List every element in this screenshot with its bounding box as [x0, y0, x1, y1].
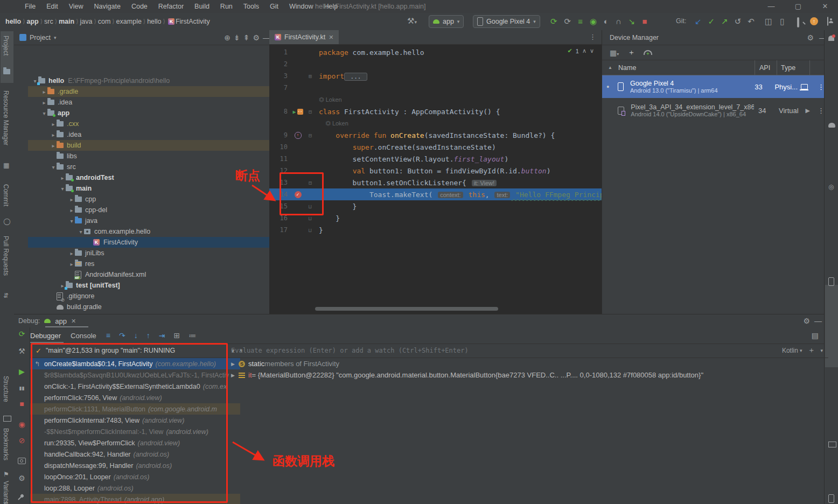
project-panel-title[interactable]: Project [30, 34, 51, 41]
code-line-17[interactable]: 17⊔} [269, 224, 602, 236]
chevron-down-icon[interactable]: ▾ [54, 35, 57, 40]
chevron-down-icon[interactable]: ▾ [800, 348, 802, 353]
sort-asc-icon[interactable]: ▲ [602, 65, 618, 70]
override-marker-icon[interactable]: ↑ [295, 132, 302, 139]
watch-options-icon[interactable]: ▾ [820, 348, 823, 353]
pause-icon[interactable]: ▮▮ [14, 383, 30, 391]
close-tab-icon[interactable]: ✕ [329, 34, 333, 41]
tree-item-hello[interactable]: ▾helloE:\FFmpeg-Principle\android\hello [28, 75, 283, 86]
tree-item-cpp-del[interactable]: ▸cpp-del [28, 205, 283, 215]
view-mode-icon[interactable]: ▦▾ [610, 48, 619, 57]
gradle-icon[interactable] [828, 123, 835, 128]
tree-item-cpp[interactable]: ▸cpp [28, 194, 283, 205]
locate-icon[interactable]: ⊕ [224, 33, 231, 42]
fold-marker[interactable]: ⊟ [306, 132, 315, 138]
tree-item-build-gradle[interactable]: build.gradle [28, 302, 283, 312]
pin-icon[interactable] [14, 491, 30, 499]
chevron-closed-icon[interactable]: ▸ [68, 197, 75, 202]
show-execution-point-icon[interactable]: ≡ [106, 331, 110, 340]
breadcrumb-example[interactable]: example [116, 18, 142, 25]
structure-icon[interactable] [3, 416, 11, 422]
profiler-icon[interactable]: ∩ [616, 17, 621, 26]
tree-item-app[interactable]: ▾app [28, 108, 283, 118]
tree-item-res[interactable]: ▸res [28, 258, 283, 269]
gutter[interactable]: ✓ [290, 191, 306, 198]
stack-frame-11[interactable]: loopOnce:201, Looper(android.os) [30, 471, 240, 482]
stack-frame-7[interactable]: -$$Nest$mperformClickInternal:-1, View(a… [30, 426, 240, 437]
tree-item--cxx[interactable]: ▸.cxx [28, 118, 283, 129]
tree-item-build[interactable]: ▸build [28, 140, 283, 151]
thread-selector[interactable]: ✓ "main"@21,533 in group "main": RUNNING… [30, 344, 246, 358]
tree-item-com-example-hello[interactable]: ▾com.example.hello [28, 226, 283, 237]
mute-breakpoints-icon[interactable]: ⊘ [14, 436, 30, 445]
chevron-closed-icon[interactable]: ▸ [68, 261, 75, 267]
stack-frame-6[interactable]: performClickInternal:7483, View(android.… [30, 415, 240, 426]
sidebar-item-commit[interactable]: Commit [2, 184, 10, 206]
menu-build[interactable]: Build [194, 3, 210, 10]
sync-icon[interactable]: ⟳ [550, 17, 557, 26]
add-device-icon[interactable]: ＋ [627, 48, 635, 58]
pair-wifi-icon[interactable] [644, 50, 652, 55]
code-line-10[interactable]: 10 super.onCreate(savedInstanceState) [269, 141, 602, 153]
collapse-all-icon[interactable]: ⇞ [243, 33, 250, 42]
gutter[interactable]: ▶‹› [290, 109, 306, 115]
tree-item--idea[interactable]: ▸.idea [28, 129, 283, 140]
tree-item-src[interactable]: ▾src [28, 162, 283, 172]
chevron-closed-icon[interactable]: ▸ [50, 132, 57, 138]
menu-git[interactable]: Git [270, 3, 278, 10]
sidebar-item-structure[interactable]: Structure [2, 376, 10, 402]
stop-icon[interactable]: ■ [14, 400, 30, 408]
notifications-bell-icon[interactable] [828, 36, 834, 41]
debug-session-tab[interactable]: app [55, 317, 67, 325]
chevron-open-icon[interactable]: ▾ [50, 164, 57, 170]
code-line-13[interactable]: 13⊟ button1.setOnClickListener{ it: View… [269, 177, 602, 188]
evaluate-row[interactable]: Evaluate expression (Enter) or add a wat… [227, 344, 828, 358]
rerun-icon[interactable]: ⟳ [14, 330, 30, 338]
code-line-2[interactable]: 2 [269, 58, 602, 70]
view-breakpoints-icon[interactable]: ◉ [14, 420, 30, 429]
sidebar-item-pull-requests[interactable]: Pull Requests [2, 236, 10, 276]
editor-tab-firstactivity[interactable]: K FirstActivity.kt ✕ [269, 30, 339, 44]
stack-frame-3[interactable]: onClick:-1, FirstActivity$$ExternalSynth… [30, 381, 240, 392]
code-line-16[interactable]: 16⊔ } [269, 212, 602, 224]
device-explorer-icon[interactable] [828, 494, 834, 503]
close-session-icon[interactable]: ✕ [71, 318, 76, 325]
fold-marker[interactable]: ⊔ [306, 215, 315, 221]
stack-frame-5[interactable]: performClick:1131, MaterialButton(com.go… [30, 403, 240, 415]
resource-manager-icon[interactable]: ▦ [3, 162, 9, 169]
build-hammer-icon[interactable]: ⚒▾ [407, 16, 417, 26]
resume-icon[interactable]: ▶ [14, 367, 30, 376]
breakpoint-icon[interactable]: ✓ [295, 191, 302, 198]
bookmarks-icon[interactable]: ⚑ [3, 471, 9, 478]
code-line-15[interactable]: 15⊔ } [269, 200, 602, 212]
menu-run[interactable]: Run [220, 3, 233, 10]
menu-edit[interactable]: Edit [46, 3, 58, 10]
code-line-3[interactable]: 3⊞import ... [269, 70, 602, 82]
hide-panel-icon[interactable]: — [814, 317, 828, 325]
inspection-widget[interactable]: ✔ 1 ∧ ∨ [568, 47, 594, 54]
running-devices-icon[interactable] [828, 442, 836, 447]
breadcrumb-hello[interactable]: hello [147, 18, 161, 25]
it-variable-row[interactable]: ▶ it = {MaterialButton@22282} "com.googl… [227, 369, 828, 381]
stack-frame-4[interactable]: performClick:7506, View(android.view) [30, 392, 240, 403]
editor-options-kebab-icon[interactable]: ⋮ [589, 33, 596, 41]
chevron-closed-icon[interactable]: ▸ [41, 89, 47, 95]
history-icon[interactable]: ↺ [735, 17, 742, 26]
menu-tools[interactable]: Tools [243, 3, 259, 10]
chevron-right-icon[interactable]: ▶ [231, 373, 239, 378]
fold-marker[interactable]: ⊟ [306, 109, 315, 115]
chevron-closed-icon[interactable]: ▸ [50, 121, 57, 127]
expand-all-icon[interactable]: ⇟ [234, 33, 240, 42]
breadcrumb-com[interactable]: com [98, 18, 111, 25]
app-links-icon[interactable]: ◎ [828, 183, 834, 191]
menu-code[interactable]: Code [131, 3, 148, 10]
sidebar-item-bookmarks[interactable]: Bookmarks [2, 428, 10, 460]
project-folder-icon[interactable] [3, 69, 10, 74]
stop-icon[interactable]: ■ [642, 17, 647, 26]
tab-debugger[interactable]: Debugger [30, 332, 61, 340]
search-icon[interactable] [797, 17, 799, 27]
variants-icon[interactable]: ≣ [3, 501, 9, 504]
rollback-icon[interactable]: ↶ [748, 17, 755, 26]
chevron-open-icon[interactable]: ▾ [41, 110, 47, 116]
profile-avatar-icon[interactable] [827, 17, 828, 26]
